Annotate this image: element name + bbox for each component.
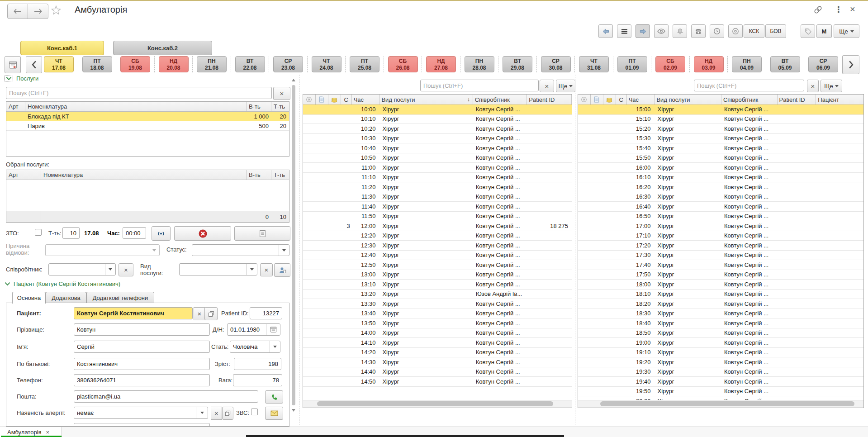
date-button-19.08[interactable]: СБ19.08 (120, 56, 150, 72)
calendar-picker-button[interactable] (266, 324, 280, 335)
horizontal-scrollbar[interactable] (578, 400, 863, 408)
schedule-row-13:50[interactable]: 13:50ХірургКовтун Сергій ... (303, 318, 572, 328)
col-art[interactable]: Арт (6, 170, 41, 180)
schedule-row-16:30[interactable]: 16:30ХірургКовтун Сергій ... (578, 192, 863, 202)
height-input[interactable] (234, 358, 281, 370)
schedule-row-18:10[interactable]: 18:10ХірургКовтун Сергій ... (578, 290, 863, 299)
schedule-row-17:20[interactable]: 17:20ХірургКовтун Сергій ... (578, 241, 863, 251)
date-button-23.08[interactable]: СР23.08 (273, 56, 303, 72)
date-button-02.09[interactable]: СБ02.09 (655, 56, 685, 72)
tt-input[interactable] (62, 227, 80, 239)
schedule-row-19:30[interactable]: 19:30ХірургКовтун Сергій ... (578, 367, 863, 377)
dates-scroll-right-button[interactable] (842, 55, 859, 74)
schedule-row-15:30[interactable]: 15:30ХірургКовтун Сергій ... (578, 134, 863, 144)
scrollbar-thumb[interactable] (317, 401, 553, 406)
service-type-combo[interactable] (179, 263, 257, 276)
services-search-clear-button[interactable]: × (273, 87, 290, 100)
services-search-input[interactable] (6, 87, 272, 99)
panel-splitter[interactable] (299, 75, 299, 425)
right-search-clear-button[interactable]: × (807, 80, 819, 92)
scrollbar-thumb[interactable] (600, 401, 854, 406)
tab-close-icon[interactable]: × (46, 429, 50, 436)
toolbar-view-button[interactable] (654, 24, 669, 38)
col-art[interactable]: Арт (6, 102, 25, 111)
schedule-row-16:00[interactable]: 16:00ХірургКовтун Сергій ... (578, 163, 863, 173)
m-button[interactable]: М (816, 24, 832, 38)
zto-checkbox[interactable] (35, 229, 42, 236)
target-icon-column[interactable] (303, 95, 316, 104)
schedule-row-19:20[interactable]: 19:20ХірургКовтун Сергій ... (578, 357, 863, 367)
schedule-row-10:40[interactable]: 10:40ХірургКовтун Сергій ... (303, 143, 572, 153)
date-button-22.08[interactable]: ВТ22.08 (235, 56, 265, 72)
date-button-30.08[interactable]: СР30.08 (541, 56, 571, 72)
col-vt[interactable]: В-ть (247, 170, 271, 180)
dropdown-arrow-icon[interactable] (105, 264, 115, 275)
document-icon-column[interactable] (591, 95, 603, 104)
col-vt[interactable]: В-ть (247, 102, 271, 111)
scroll-up-icon[interactable] (292, 79, 295, 81)
schedule-row-11:20[interactable]: 11:20ХірургКовтун Сергій ... (303, 182, 572, 192)
allergy-open-button[interactable] (222, 407, 233, 420)
schedule-row-13:40[interactable]: 13:40ХірургКовтун Сергій ... (303, 309, 572, 319)
schedule-row-11:40[interactable]: 11:40ХірургКовтун Сергій ... (303, 202, 572, 212)
patient-section-header[interactable]: Пацієнт (Ковтун Сергій Костянтинович) (5, 280, 120, 287)
date-button-26.08[interactable]: СБ26.08 (388, 56, 418, 72)
dropdown-arrow-icon[interactable] (247, 264, 257, 275)
dates-scroll-left-button[interactable] (26, 56, 42, 73)
patient-name-input[interactable] (74, 307, 193, 319)
target-icon-column[interactable] (578, 95, 591, 104)
schedule-row-17:30[interactable]: 17:30ХірургКовтун Сергій ... (578, 251, 863, 261)
status-combo[interactable] (192, 244, 289, 256)
schedule-row-14:30[interactable]: 14:30ХірургКовтун Сергій ... (303, 357, 572, 367)
zvs-checkbox[interactable] (251, 408, 258, 415)
service-type-clear-button[interactable]: × (260, 263, 273, 276)
date-button-24.08[interactable]: ЧТ24.08 (312, 56, 342, 72)
right-more-button[interactable]: Ще (821, 80, 842, 92)
col-tt[interactable]: Т-ть (271, 102, 289, 111)
schedule-row-17:50[interactable]: 17:50ХірургКовтун Сергій ... (578, 270, 863, 280)
schedule-row-19:50[interactable]: 19:50ХірургКовтун Сергій ... (578, 387, 863, 397)
col-service[interactable]: Вид послуги ↓ (379, 95, 473, 104)
cabinet-tab-1[interactable]: Конс.каб.1 (20, 41, 104, 55)
col-employee[interactable]: Співробітник (473, 95, 527, 104)
schedule-row-10:00[interactable]: 10:00ХірургКовтун Сергій ... (303, 104, 572, 114)
collapse-chevron-icon[interactable] (5, 282, 10, 286)
allergy-combo[interactable]: немає (74, 407, 208, 419)
schedule-row-12:50[interactable]: 12:50ХірургКовтун Сергій ... (303, 260, 572, 270)
collapse-chevron-icon[interactable] (5, 76, 13, 81)
tab-main[interactable]: Основна (12, 292, 46, 304)
toolbar-notify-button[interactable] (673, 24, 687, 38)
document-icon-column[interactable] (316, 95, 328, 104)
date-button-20.08[interactable]: НД20.08 (159, 56, 189, 72)
send-email-button[interactable] (265, 407, 283, 420)
schedule-row-13:30[interactable]: 13:30ХірургКовтун Сергій ... (303, 299, 572, 309)
service-row[interactable]: Блокада під КТ1 00020 (6, 112, 289, 121)
col-time[interactable]: Час (627, 95, 655, 104)
col-nomenclature[interactable]: Номенклатура (25, 102, 247, 111)
schedule-row-19:00[interactable]: 19:00ХірургКовтун Сергій ... (578, 338, 863, 348)
schedule-row-15:10[interactable]: 15:10ХірургКовтун Сергій ... (578, 114, 863, 124)
horizontal-scrollbar[interactable] (303, 400, 572, 408)
back-button[interactable] (7, 4, 28, 19)
date-button-21.08[interactable]: ПН21.08 (197, 56, 227, 72)
services-section-header[interactable]: Послуги (5, 75, 38, 82)
col-nomenclature[interactable]: Номенклатура (41, 170, 247, 180)
left-panel-scrollbar[interactable] (292, 85, 295, 405)
tab-extra-phones[interactable]: Додаткові телефони (86, 292, 154, 303)
schedule-row-18:50[interactable]: 18:50ХірургКовтун Сергій ... (578, 328, 863, 338)
forward-button[interactable] (28, 4, 48, 19)
schedule-row-15:50[interactable]: 15:50ХірургКовтун Сергій ... (578, 153, 863, 163)
schedule-row-17:10[interactable]: 17:10ХірургКовтун Сергій ... (578, 231, 863, 241)
schedule-row-16:40[interactable]: 16:40ХірургКовтун Сергій ... (578, 202, 863, 212)
schedule-row-10:30[interactable]: 10:30ХірургКовтун Сергій ... (303, 134, 572, 144)
scroll-down-icon[interactable] (292, 409, 295, 412)
col-service[interactable]: Вид послуги (655, 95, 721, 104)
schedule-row-18:40[interactable]: 18:40ХірургКовтун Сергій ... (578, 318, 863, 328)
schedule-row-15:20[interactable]: 15:20ХірургКовтун Сергій ... (578, 124, 863, 134)
date-button-25.08[interactable]: ПТ25.08 (350, 56, 379, 72)
middle-search-input[interactable] (420, 80, 539, 91)
toolbar-history-button[interactable] (710, 24, 724, 38)
email-input[interactable] (74, 390, 258, 403)
right-search-input[interactable] (694, 80, 804, 91)
service-row[interactable]: Нарив50020 (6, 121, 289, 131)
